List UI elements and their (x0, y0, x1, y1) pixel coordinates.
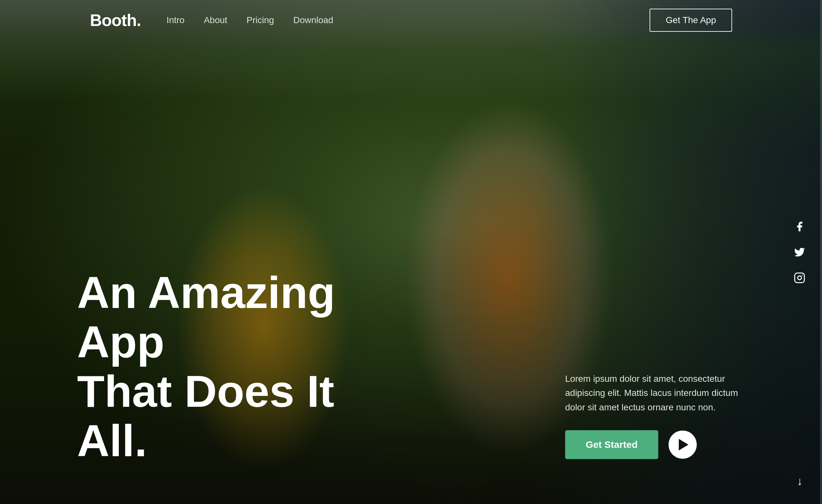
hero-description: Lorem ipsum dolor sit amet, consectetur … (565, 372, 745, 415)
headline-line1: An Amazing App (77, 267, 335, 367)
nav-links: Intro About Pricing Download (167, 15, 650, 25)
get-started-button[interactable]: Get Started (565, 430, 658, 459)
twitter-icon[interactable] (793, 246, 806, 259)
svg-rect-0 (795, 273, 804, 283)
nav-link-download[interactable]: Download (293, 15, 333, 25)
play-icon (679, 439, 689, 450)
logo[interactable]: Booth. (90, 11, 141, 30)
get-app-button[interactable]: Get The App (650, 9, 732, 32)
headline-line2: That Does It All. (77, 366, 334, 466)
instagram-icon[interactable] (793, 271, 806, 284)
facebook-icon[interactable] (793, 220, 806, 233)
hero-headline: An Amazing App That Does It All. (77, 268, 366, 466)
social-bar (793, 220, 806, 284)
hero-content: An Amazing App That Does It All. Lorem i… (77, 268, 745, 466)
right-border (820, 0, 822, 504)
play-button[interactable] (669, 431, 697, 459)
scroll-indicator[interactable]: ↓ (797, 474, 803, 488)
navbar: Booth. Intro About Pricing Download Get … (0, 0, 822, 40)
nav-link-about[interactable]: About (204, 15, 227, 25)
nav-link-pricing[interactable]: Pricing (247, 15, 274, 25)
hero-actions: Get Started (565, 430, 697, 459)
hero-right-panel: Lorem ipsum dolor sit amet, consectetur … (565, 372, 745, 466)
nav-link-intro[interactable]: Intro (167, 15, 184, 25)
